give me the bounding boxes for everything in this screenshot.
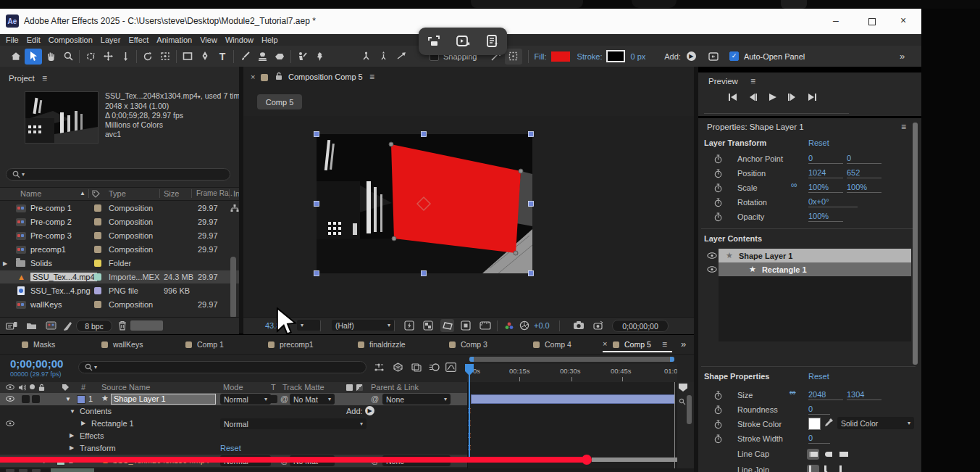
size-width-value[interactable]: 2048: [808, 390, 843, 400]
project-row[interactable]: Pre-comp 3 Composition 29.97: [0, 229, 239, 242]
layer-transform-reset[interactable]: Reset: [808, 138, 829, 147]
puppet-position-pin-icon[interactable]: [357, 49, 374, 65]
switch-box[interactable]: [32, 395, 40, 403]
home-tool[interactable]: [7, 49, 25, 65]
stopwatch-icon[interactable]: [714, 405, 722, 415]
bottom-icon[interactable]: [6, 469, 14, 472]
blend-mode-dropdown[interactable]: Normal▾: [220, 394, 271, 405]
menu-animation[interactable]: Animation: [156, 36, 192, 44]
layer-color-chip[interactable]: [77, 395, 85, 404]
composition-mini-flowchart-icon[interactable]: [374, 363, 385, 372]
tab-wallkeys[interactable]: wallKeys: [113, 340, 143, 349]
tab-comp1[interactable]: Comp 1: [197, 340, 224, 349]
contents-item-rectangle[interactable]: ★ Rectangle 1: [719, 262, 911, 276]
clone-stamp-tool[interactable]: [254, 49, 271, 65]
zoom-slider-icon[interactable]: [679, 398, 686, 405]
stopwatch-icon[interactable]: [714, 420, 722, 429]
hand-tool[interactable]: [42, 49, 59, 65]
dolly-camera-tool[interactable]: [117, 49, 134, 65]
label-color-chip[interactable]: [94, 301, 101, 308]
video-progress-bar[interactable]: [0, 456, 677, 466]
anchor-y-value[interactable]: 0: [847, 154, 881, 164]
stopwatch-icon[interactable]: [714, 391, 722, 400]
stopwatch-icon[interactable]: [714, 212, 722, 222]
work-area-bar[interactable]: [469, 357, 674, 362]
eyedropper-icon[interactable]: [824, 418, 834, 427]
show-snapshot-icon[interactable]: [592, 320, 603, 330]
matte-pickwhip-icon[interactable]: @: [280, 394, 288, 403]
rotation-value[interactable]: 0x+0°: [808, 197, 858, 207]
record-play-icon[interactable]: [456, 35, 471, 48]
col-number[interactable]: #: [81, 383, 85, 392]
draft-3d-icon[interactable]: [393, 363, 403, 372]
parent-pickwhip-icon[interactable]: @: [371, 394, 379, 403]
rectangle-tool[interactable]: [179, 49, 196, 65]
project-search-input[interactable]: ▾: [6, 168, 230, 181]
track-matte-dropdown[interactable]: No Mat▾: [290, 394, 335, 405]
new-composition-icon[interactable]: [46, 321, 56, 330]
close-button[interactable]: ×: [900, 15, 906, 26]
comp-marker-bin-icon[interactable]: [679, 384, 687, 392]
notes-sparkle-icon[interactable]: [486, 35, 499, 48]
transparency-grid-icon[interactable]: [423, 320, 433, 331]
menu-file[interactable]: File: [6, 36, 19, 44]
auto-open-panel-checkbox[interactable]: ✓: [729, 51, 739, 61]
menu-composition[interactable]: Composition: [49, 36, 93, 44]
comp-tab-label[interactable]: Composition Comp 5: [288, 73, 363, 81]
switch-box[interactable]: [22, 395, 30, 403]
project-row[interactable]: Pre-comp 2 Composition 29.97: [0, 215, 239, 228]
play-button[interactable]: [768, 93, 777, 102]
last-frame-button[interactable]: [807, 93, 818, 102]
label-tag-icon[interactable]: [62, 384, 70, 392]
scale-x-value[interactable]: 100%: [808, 183, 843, 193]
expand-chevron-icon[interactable]: ▶: [70, 444, 74, 451]
region-of-interest-toggle[interactable]: [505, 49, 522, 65]
transform-reset[interactable]: Reset: [220, 444, 241, 452]
label-tag-icon[interactable]: [92, 190, 100, 198]
layer-name-field[interactable]: Shape Layer 1: [111, 394, 216, 405]
col-size[interactable]: Size: [164, 189, 179, 198]
project-row[interactable]: ▶ Solids Folder: [0, 257, 239, 270]
project-row[interactable]: SSU_Tex...4.png PNG file 996 KB: [0, 284, 239, 297]
label-color-chip[interactable]: [94, 260, 101, 267]
next-frame-button[interactable]: [787, 93, 797, 102]
zoom-tool[interactable]: [59, 49, 77, 65]
minimize-button[interactable]: –: [833, 15, 839, 26]
position-x-value[interactable]: 1024: [808, 168, 843, 178]
position-y-value[interactable]: 652: [847, 168, 881, 178]
exposure-aperture-icon[interactable]: [519, 320, 529, 331]
expand-chevron-icon[interactable]: ▶: [3, 260, 7, 267]
lock-icon[interactable]: [275, 72, 282, 80]
shape-properties-reset[interactable]: Reset: [808, 372, 829, 381]
text-tool[interactable]: T: [214, 49, 231, 65]
tab-masks[interactable]: Masks: [33, 340, 55, 349]
stopwatch-icon[interactable]: [714, 169, 722, 178]
rectangle-blend-mode-dropdown[interactable]: Normal▾: [220, 418, 367, 429]
puppet-pin-tool[interactable]: [311, 49, 328, 65]
restore-button[interactable]: [868, 18, 876, 25]
bit-depth-button[interactable]: 8 bpc: [76, 320, 112, 332]
guides-icon[interactable]: [461, 320, 471, 331]
exposure-value[interactable]: +0.0: [534, 321, 550, 330]
toolbar-overflow[interactable]: »: [900, 51, 905, 62]
pen-tool[interactable]: [196, 49, 214, 65]
add-button[interactable]: ▶: [687, 51, 696, 61]
pan-camera-tool[interactable]: [99, 49, 117, 65]
contents-item-shape-layer[interactable]: ★ Shape Layer 1: [719, 249, 911, 262]
project-row[interactable]: Pre-comp 1 Composition 29.97: [0, 202, 239, 215]
roundness-value[interactable]: 0: [808, 405, 830, 415]
rotation-tool[interactable]: [139, 49, 156, 65]
preview-panel-menu-icon[interactable]: ≡: [750, 76, 755, 86]
timeline-scrollbar[interactable]: [687, 395, 692, 424]
expand-chevron-icon[interactable]: ▶: [70, 432, 74, 439]
anchor-x-value[interactable]: 0: [808, 154, 843, 164]
motion-blur-icon[interactable]: [429, 363, 440, 372]
tab-comp3[interactable]: Comp 3: [461, 340, 487, 349]
line-cap-butt-button[interactable]: [807, 449, 819, 460]
stroke-color-swatch[interactable]: [606, 50, 625, 62]
interpret-footage-icon[interactable]: [6, 321, 17, 330]
stroke-width-value[interactable]: 0: [808, 434, 830, 444]
add-shape-button[interactable]: ▶: [365, 406, 374, 415]
video-eye-icon[interactable]: [6, 421, 14, 426]
line-join-miter-button[interactable]: [807, 465, 819, 472]
